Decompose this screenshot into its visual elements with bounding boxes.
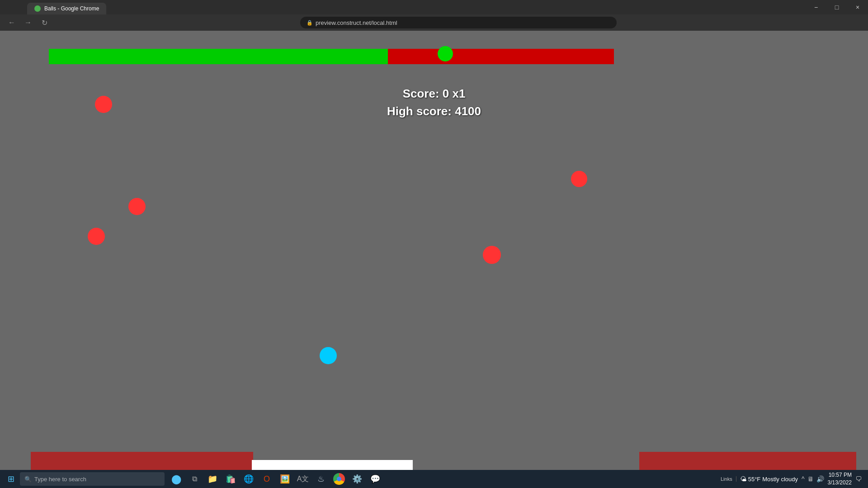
- reload-button[interactable]: ↻: [38, 16, 51, 29]
- network-icon[interactable]: 🖥: [807, 475, 814, 483]
- cortana-icon: ⬤: [171, 474, 181, 484]
- taskbar-office[interactable]: O: [259, 471, 275, 487]
- taskbar-store[interactable]: 🛍️: [222, 471, 239, 487]
- game-area[interactable]: Score: 0 x1 High score: 4100: [0, 31, 868, 488]
- taskbar-discord[interactable]: 💬: [367, 471, 383, 487]
- tab-bar: Balls - Google Chrome: [0, 0, 106, 14]
- score-display: Score: 0 x1 High score: 4100: [0, 85, 868, 120]
- task-view-icon: ⧉: [192, 475, 197, 483]
- cyan-ball-player: [320, 347, 337, 364]
- red-ball-5: [483, 246, 501, 264]
- language-icon: A文: [297, 474, 309, 484]
- photos-icon: 🖼️: [280, 474, 290, 484]
- taskbar-search-placeholder: Type here to search: [34, 476, 86, 483]
- weather-temp: 55°F: [748, 476, 761, 483]
- window-controls: − □ ×: [806, 0, 868, 14]
- green-ball: [438, 46, 453, 61]
- cortana-button[interactable]: ⬤: [168, 471, 184, 487]
- settings-icon: ⚙️: [352, 474, 362, 484]
- chrome-icon: [333, 473, 345, 485]
- task-view-button[interactable]: ⧉: [186, 471, 203, 487]
- red-ball-2: [128, 198, 146, 215]
- weather-area[interactable]: 🌤 55°F Mostly cloudy: [740, 475, 798, 483]
- red-ball-1: [95, 96, 112, 113]
- tab-title: Balls - Google Chrome: [44, 5, 99, 12]
- taskbar-language-icon[interactable]: A文: [295, 471, 311, 487]
- clock-time: 10:57 PM: [828, 471, 852, 479]
- taskbar-settings[interactable]: ⚙️: [349, 471, 365, 487]
- taskbar-chrome[interactable]: [331, 471, 347, 487]
- back-button[interactable]: ←: [5, 16, 18, 29]
- taskbar-photos[interactable]: 🖼️: [277, 471, 293, 487]
- red-ball-4: [571, 171, 587, 187]
- chrome-addressbar: ← → ↻ 🔒 preview.construct.net/local.html: [0, 14, 868, 31]
- edge-icon: 🌐: [244, 474, 254, 484]
- chevron-up-icon[interactable]: ^: [802, 475, 805, 483]
- steam-icon: ♨: [317, 474, 325, 484]
- taskbar-file-manager[interactable]: 📁: [204, 471, 221, 487]
- office-icon: O: [264, 474, 270, 484]
- lock-icon: 🔒: [307, 20, 313, 26]
- score-text: Score: 0 x1: [0, 85, 868, 103]
- maximize-button[interactable]: □: [826, 0, 847, 14]
- start-button[interactable]: ⊞: [3, 471, 19, 487]
- favicon: [34, 5, 41, 12]
- taskbar-steam[interactable]: ♨: [313, 471, 329, 487]
- health-green-bar: [49, 49, 388, 64]
- volume-icon[interactable]: 🔊: [816, 475, 824, 483]
- taskbar-edge-icon[interactable]: 🌐: [241, 471, 257, 487]
- red-ball-3: [88, 228, 105, 245]
- high-score-text: High score: 4100: [0, 103, 868, 120]
- url-bar[interactable]: 🔒 preview.construct.net/local.html: [300, 17, 617, 28]
- forward-button[interactable]: →: [22, 16, 34, 29]
- taskbar-links-label: Links: [721, 476, 736, 482]
- taskbar-search-box[interactable]: 🔍 Type here to search: [20, 472, 165, 486]
- health-red-bar: [388, 49, 614, 64]
- taskbar: ⊞ 🔍 Type here to search ⬤ ⧉ 📁 🛍️ 🌐 O 🖼️: [0, 470, 868, 488]
- browser-tab[interactable]: Balls - Google Chrome: [27, 3, 106, 14]
- file-manager-icon: 📁: [208, 474, 217, 484]
- weather-icon: 🌤: [740, 475, 746, 483]
- taskbar-right: Links 🌤 55°F Mostly cloudy ^ 🖥 🔊 10:57 P…: [721, 471, 865, 487]
- close-button[interactable]: ×: [847, 0, 868, 14]
- taskbar-app-icons: ⬤ ⧉ 📁 🛍️ 🌐 O 🖼️ A文 ♨ ⚙️: [168, 471, 383, 487]
- clock-area[interactable]: 10:57 PM 3/13/2022: [828, 471, 852, 487]
- minimize-button[interactable]: −: [806, 0, 826, 14]
- chrome-titlebar: Balls - Google Chrome − □ ×: [0, 0, 868, 14]
- tray-icons: ^ 🖥 🔊: [802, 475, 824, 483]
- taskbar-search-icon: 🔍: [24, 476, 32, 483]
- weather-condition: Mostly cloudy: [762, 476, 798, 483]
- clock-date: 3/13/2022: [828, 479, 852, 487]
- notification-icon[interactable]: 🗨: [855, 475, 862, 483]
- health-bar-container: [49, 49, 614, 64]
- discord-icon: 💬: [370, 474, 380, 484]
- windows-logo-icon: ⊞: [8, 474, 14, 484]
- url-text: preview.construct.net/local.html: [316, 19, 397, 26]
- store-icon: 🛍️: [226, 474, 236, 484]
